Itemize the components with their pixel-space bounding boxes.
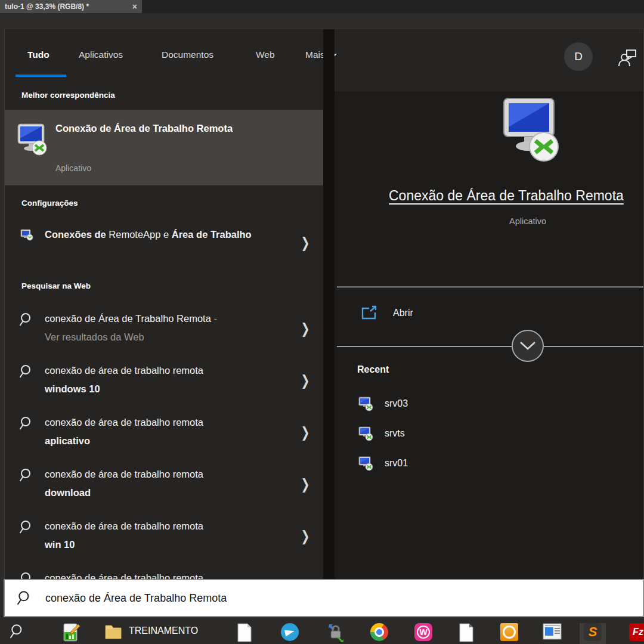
section-header-best-match: Melhor correspondência [21,91,115,100]
web-suggestion[interactable]: conexão de área de trabalho remotaaplica… [5,407,323,459]
settings-result-label: Conexões de RemoteApp e Área de Trabalho [45,225,270,244]
search-icon [19,519,35,535]
blank-document-icon[interactable] [231,623,258,644]
chevron-right-icon[interactable]: ❯ [301,234,310,251]
web-suggestion[interactable]: conexão de Área de Trabalho Remota - Ver… [5,304,323,355]
panel-divider [323,29,335,580]
photoshop-tab-bar: tulo-1 @ 33,3% (RGB/8) * × [0,0,644,13]
search-input[interactable]: conexão de Área de Trabalho Remota [45,592,227,605]
recent-item-srvts[interactable]: srvts [351,420,530,447]
open-external-icon [361,305,377,321]
photoshop-document-tab[interactable]: tulo-1 @ 33,3% (RGB/8) * × [0,0,142,13]
best-match-title: Conexão de Área de Trabalho Remota [55,119,234,138]
tab-documentos[interactable]: Documentos [162,49,213,60]
open-action-label: Abrir [393,308,413,318]
sublime-text-icon[interactable]: S [580,623,606,644]
report-document-icon[interactable] [58,623,85,644]
tab-tudo[interactable]: Tudo [27,49,49,60]
vpn-lock-icon[interactable] [322,623,348,644]
settings-result-remoteapp[interactable]: Conexões de RemoteApp e Área de Trabalho… [5,219,323,269]
divider [337,286,644,287]
tab-aplicativos[interactable]: Aplicativos [79,49,123,60]
web-suggestion[interactable]: conexão de área de trabalho remotawin 10… [5,511,323,563]
open-action[interactable]: Abrir [361,301,540,325]
folder-icon[interactable] [100,623,126,644]
best-match-item[interactable]: Conexão de Área de Trabalho Remota Aplic… [5,110,323,185]
search-icon [19,312,35,327]
user-avatar[interactable]: D [564,42,593,71]
expand-chevron-button[interactable] [512,330,544,362]
chevron-right-icon[interactable]: ❯ [301,528,310,544]
remoteapp-settings-icon [20,228,33,242]
active-tab-underline [16,75,66,77]
chrome-icon[interactable] [366,623,392,644]
rdp-app-icon [14,122,50,157]
recent-item-srv03[interactable]: srv03 [351,391,530,417]
web-suggestion[interactable]: conexão de área de trabalho remotadownlo… [5,459,323,511]
folder-label[interactable]: TREINAMENTO [129,626,198,636]
taskbar-search-box[interactable]: conexão de Área de Trabalho Remota [4,579,644,617]
divider [337,346,644,347]
taskbar: TREINAMENTO W S Fz [0,618,644,644]
recent-header: Recent [357,364,389,375]
section-header-settings: Configurações [21,199,78,208]
preview-title-link[interactable]: Conexão de Área de Trabalho Remota [389,188,624,204]
rdp-file-icon [358,426,374,441]
search-flyout: Tudo Aplicativos Documentos Web Mais D M… [4,29,644,580]
feedback-person-icon[interactable] [617,47,638,69]
chevron-right-icon[interactable]: ❯ [301,424,310,441]
search-icon [19,467,35,483]
rdp-file-icon [358,456,374,471]
search-icon [17,590,33,606]
outlook-icon[interactable] [496,623,522,644]
chevron-right-icon[interactable]: ❯ [301,320,310,337]
tab-web[interactable]: Web [256,49,275,60]
chevron-right-icon[interactable]: ❯ [301,476,310,493]
rdp-app-icon-large [493,95,565,172]
document-tab-title: tulo-1 @ 33,3% (RGB/8) * [5,2,126,11]
text-document-icon[interactable] [453,623,479,644]
web-suggestion[interactable]: conexão de área de trabalho remota [5,563,323,580]
rdp-file-icon [358,396,374,411]
close-tab-icon[interactable]: × [132,2,137,11]
taskbar-search-icon[interactable] [5,623,31,644]
section-header-web: Pesquisar na Web [21,281,91,290]
preview-panel: Conexão de Área de Trabalho Remota Aplic… [335,91,644,580]
chevron-right-icon[interactable]: ❯ [301,372,310,389]
chevron-down-icon [519,341,536,351]
best-match-subtitle: Aplicativo [55,163,91,173]
wampserver-icon[interactable]: W [410,623,436,644]
telegram-icon[interactable] [277,623,303,644]
preview-subtitle: Aplicativo [335,216,644,226]
search-icon [19,416,35,431]
remote-window-icon[interactable] [539,623,565,644]
search-icon [19,364,35,379]
web-suggestion[interactable]: conexão de área de trabalho remotawindow… [5,355,323,407]
filezilla-icon[interactable]: Fz [625,623,644,644]
recent-item-srv01[interactable]: srv01 [351,450,530,476]
